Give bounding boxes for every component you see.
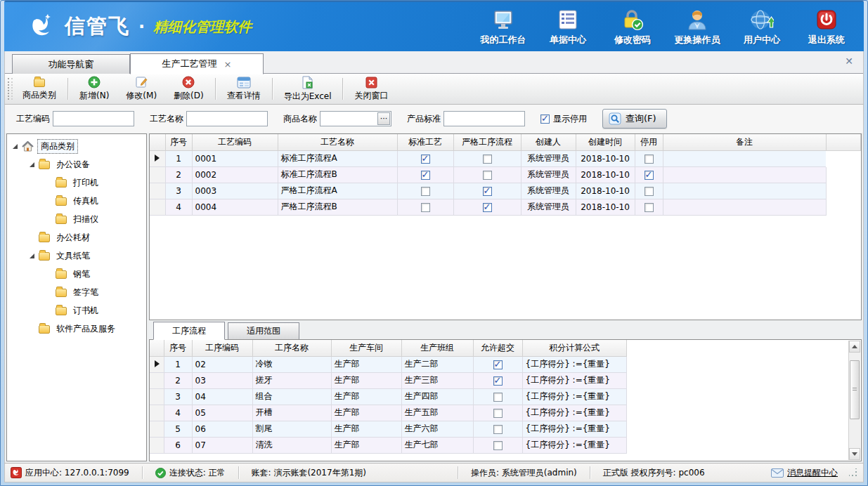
disabled-checkbox[interactable] — [644, 203, 654, 212]
right-panel: 序号 工艺编码 工艺名称 标准工艺 严格工序流程 创建人 创建时间 停用 备注 … — [149, 133, 862, 461]
resize-grip[interactable] — [849, 468, 857, 477]
row-indicator-cell — [150, 372, 164, 388]
standard-checkbox[interactable] — [421, 203, 430, 212]
table-row[interactable]: 2 03 搓牙 生产部 生产三部 {工序得分} :={重量} — [150, 372, 861, 388]
table-row[interactable]: 4 0004 严格工序流程B 系统管理员 2018-10-10 — [150, 199, 861, 215]
folder-icon — [56, 289, 67, 297]
strict-checkbox[interactable] — [483, 203, 492, 212]
row-indicator-cell — [150, 150, 165, 166]
folder-icon — [56, 197, 67, 206]
edit-button[interactable]: 修改(M) — [117, 75, 165, 103]
expander-icon[interactable] — [30, 162, 34, 167]
disabled-checkbox[interactable] — [644, 187, 654, 196]
tree-item-sign-pen[interactable]: 签字笔 — [7, 283, 146, 301]
tree-item-office-equipment[interactable]: 办公设备 — [7, 155, 146, 173]
folder-icon — [39, 252, 50, 261]
table-row[interactable]: 5 06 割尾 生产部 生产六部 {工序得分} :={重量} — [150, 421, 861, 437]
standard-checkbox[interactable] — [421, 155, 430, 164]
table-row[interactable]: 4 05 开槽 生产部 生产五部 {工序得分} :={重量} — [150, 405, 861, 421]
strict-checkbox[interactable] — [483, 155, 492, 164]
show-disabled-checkbox[interactable] — [540, 114, 550, 124]
tab-function-navigator[interactable]: 功能导航窗 — [12, 54, 130, 74]
tree-item-printer[interactable]: 打印机 — [7, 173, 146, 192]
product-standard-input[interactable] — [443, 111, 525, 126]
table-header-row: 序号 工序编码 工序名称 生产车间 生产班组 允许超交 积分计算公式 — [150, 340, 861, 356]
view-detail-icon — [237, 77, 251, 88]
tree-item-pen[interactable]: 钢笔 — [7, 265, 146, 283]
tab-process-flow[interactable]: 工序流程 — [153, 322, 225, 340]
nav-user-center[interactable]: 用户中心 — [733, 8, 791, 46]
process-code-input[interactable] — [53, 111, 134, 126]
table-row[interactable]: 3 04 组合 生产部 生产四部 {工序得分} :={重量} — [150, 388, 861, 405]
tree-item-root[interactable]: 商品类别 — [7, 137, 146, 155]
panel-close-icon[interactable]: ✕ — [845, 55, 853, 67]
process-name-input[interactable] — [186, 111, 268, 126]
process-name-label: 工艺名称 — [150, 113, 183, 125]
vertical-scrollbar[interactable] — [848, 341, 860, 460]
switch-operator-icon — [685, 8, 709, 32]
tab-close-icon[interactable]: × — [224, 59, 232, 70]
allow-over-checkbox[interactable] — [493, 360, 503, 369]
table-row[interactable]: 3 0003 严格工序流程A 系统管理员 2018-10-10 — [150, 183, 861, 199]
tree-item-scanner[interactable]: 扫描仪 — [7, 210, 146, 228]
view-detail-button[interactable]: 查看详情 — [219, 75, 269, 103]
table-row[interactable]: 2 0002 标准工序流程B 系统管理员 2018-10-10 — [150, 166, 861, 183]
tree-item-software-services[interactable]: 软件产品及服务 — [7, 320, 146, 338]
standard-checkbox[interactable] — [421, 171, 430, 180]
scroll-down-button[interactable] — [849, 448, 860, 460]
export-excel-button[interactable]: 导出为Excel — [276, 75, 340, 103]
tab-applicable-scope[interactable]: 适用范围 — [228, 322, 299, 339]
tree-item-stapler[interactable]: 订书机 — [7, 301, 146, 320]
product-lookup-button[interactable]: ··· — [377, 112, 390, 125]
tab-production-process[interactable]: 生产工艺管理 × — [130, 53, 264, 74]
expander-icon[interactable] — [13, 144, 18, 149]
toolbar-separator — [342, 78, 343, 100]
delete-button[interactable]: 删除(D) — [165, 75, 212, 103]
scrollbar-track[interactable] — [849, 353, 860, 448]
home-icon — [22, 141, 34, 152]
row-indicator-cell — [150, 356, 164, 372]
table-row[interactable]: 1 0001 标准工序流程A 系统管理员 2018-10-10 — [150, 150, 861, 166]
detail-tab-strip: 工序流程 适用范围 — [149, 320, 862, 339]
tree-item-office-supplies[interactable]: 办公耗材 — [7, 228, 146, 247]
standard-checkbox[interactable] — [421, 187, 430, 196]
step-grid-panel: 序号 工序编码 工序名称 生产车间 生产班组 允许超交 积分计算公式 1 02 … — [149, 339, 862, 461]
show-disabled-label: 显示停用 — [553, 113, 587, 125]
tree-item-fax[interactable]: 传真机 — [7, 192, 146, 210]
current-row-arrow-icon — [155, 360, 160, 367]
nav-change-password[interactable]: 修改密码 — [604, 8, 661, 46]
toolbar-grip[interactable] — [8, 78, 13, 100]
disabled-checkbox[interactable] — [644, 171, 654, 180]
strict-checkbox[interactable] — [483, 171, 492, 180]
allow-over-checkbox[interactable] — [493, 393, 503, 402]
allow-over-checkbox[interactable] — [493, 425, 503, 434]
category-button[interactable]: 商品类别 — [14, 75, 65, 103]
table-row[interactable]: 6 07 清洗 生产部 生产七部 {工序得分} :={重量} — [150, 437, 861, 453]
close-window-icon — [364, 77, 378, 88]
nav-switch-operator[interactable]: 更换操作员 — [668, 8, 726, 46]
scrollbar-thumb[interactable] — [850, 360, 860, 419]
nav-document-center[interactable]: 单据中心 — [539, 8, 597, 46]
row-indicator-cell — [150, 166, 165, 183]
search-button[interactable]: 查询(F) — [602, 109, 667, 129]
password-lock-icon — [621, 8, 644, 32]
allow-over-checkbox[interactable] — [493, 409, 503, 418]
nav-my-workstation[interactable]: 我的工作台 — [474, 8, 532, 46]
message-center-link[interactable]: 消息提醒中心 — [771, 467, 838, 479]
add-button[interactable]: 新增(N) — [71, 75, 117, 103]
allow-over-checkbox[interactable] — [493, 376, 503, 386]
scroll-up-button[interactable] — [849, 341, 860, 353]
disabled-checkbox[interactable] — [644, 155, 654, 164]
row-indicator-cell — [150, 437, 164, 453]
folder-icon — [56, 270, 67, 279]
strict-checkbox[interactable] — [483, 187, 492, 196]
expander-icon[interactable] — [30, 254, 34, 258]
table-row[interactable]: 1 02 冷镦 生产部 生产二部 {工序得分} :={重量} — [150, 356, 861, 372]
license-status: 正式版 授权序列号: pc006 — [603, 467, 705, 479]
nav-exit-system[interactable]: 退出系统 — [798, 8, 855, 46]
allow-over-checkbox[interactable] — [493, 441, 503, 450]
add-icon — [87, 76, 101, 88]
tree-item-stationery[interactable]: 文具纸笔 — [7, 247, 146, 265]
close-window-button[interactable]: 关闭窗口 — [346, 75, 396, 103]
toolbar-separator — [215, 78, 216, 100]
